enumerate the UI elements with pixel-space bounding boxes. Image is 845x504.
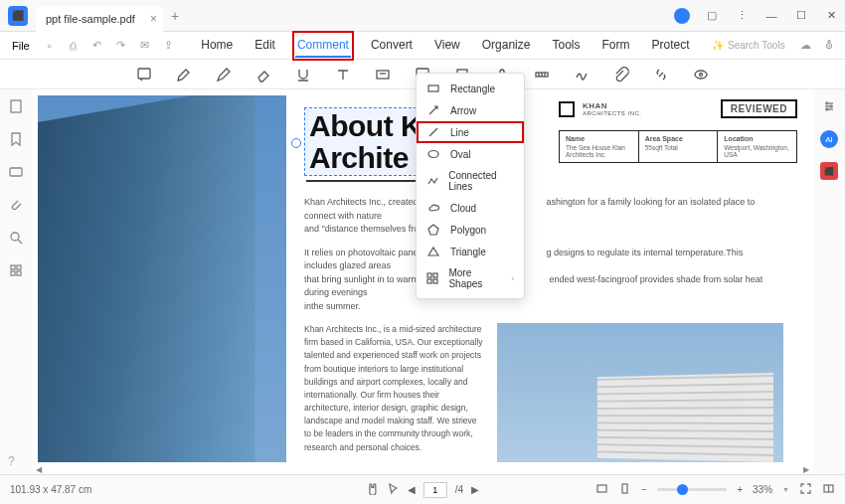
eraser-tool-icon[interactable] [254, 66, 272, 84]
dropdown-item-cloud[interactable]: Cloud [417, 197, 524, 219]
pencil-tool-icon[interactable] [215, 66, 233, 84]
dropdown-item-connected-lines[interactable]: Connected Lines [417, 165, 524, 197]
dropdown-item-polygon[interactable]: Polygon [417, 219, 524, 241]
ai-assistant-icon[interactable]: AI [820, 130, 838, 148]
next-page-icon[interactable]: ▶ [471, 484, 479, 495]
zoom-thumb[interactable] [677, 484, 688, 495]
signature-tool-icon[interactable] [573, 66, 591, 84]
fullscreen-icon[interactable] [799, 482, 812, 497]
page-number-input[interactable] [423, 482, 447, 498]
svg-rect-26 [622, 484, 627, 493]
single-page-icon[interactable] [618, 482, 631, 497]
add-tab-button[interactable]: + [171, 8, 179, 24]
expand-icon[interactable]: ⛢ [819, 39, 839, 52]
user-avatar[interactable] [668, 4, 696, 28]
share-icon[interactable]: ⇪ [159, 39, 179, 52]
hero-image [38, 95, 286, 462]
menu-form[interactable]: Form [599, 34, 631, 58]
dropdown-item-arrow[interactable]: Arrow [417, 99, 524, 121]
page-total: /4 [455, 484, 463, 495]
connected-lines-icon [426, 175, 438, 187]
undo-icon[interactable]: ↶ [87, 39, 107, 52]
window-panel-icon[interactable]: ▢ [698, 4, 726, 28]
attachments-rail-icon[interactable] [9, 198, 23, 215]
polygon-icon [426, 224, 440, 236]
textbox-tool-icon[interactable] [374, 66, 392, 84]
svg-rect-22 [433, 273, 437, 277]
menu-home[interactable]: Home [199, 34, 235, 58]
kebab-menu-icon[interactable]: ⋮ [728, 4, 756, 28]
menu-protect[interactable]: Protect [649, 34, 691, 58]
dropdown-item-more-shapes[interactable]: More Shapes› [417, 262, 524, 294]
zoom-dropdown-icon[interactable]: ▼ [782, 486, 789, 493]
menu-view[interactable]: View [432, 34, 462, 58]
svg-rect-24 [433, 279, 437, 283]
menu-convert[interactable]: Convert [369, 34, 415, 58]
prev-page-icon[interactable]: ◀ [408, 484, 416, 495]
select-tool-icon[interactable] [387, 482, 400, 497]
left-sidebar [0, 89, 32, 474]
search-tools-input[interactable]: ✨ Search Tools [712, 40, 791, 51]
menu-organize[interactable]: Organize [480, 34, 533, 58]
show-comments-icon[interactable] [692, 66, 710, 84]
mail-icon[interactable]: ✉ [135, 39, 155, 52]
svg-point-20 [428, 151, 438, 158]
attachment-tool-icon[interactable] [612, 66, 630, 84]
zoom-in-icon[interactable]: + [737, 484, 743, 495]
svg-rect-14 [17, 271, 21, 275]
zoom-out-icon[interactable]: − [641, 484, 647, 495]
close-tab-icon[interactable]: × [150, 12, 157, 26]
document-header-block: KHAN ARCHITECTS INC. REVIEWED NameThe Se… [559, 95, 797, 163]
scroll-left-icon[interactable]: ◀ [32, 465, 46, 474]
triangle-icon [426, 246, 440, 257]
file-menu[interactable]: File [6, 40, 36, 52]
dropdown-item-triangle[interactable]: Triangle [417, 241, 524, 262]
shapes-dropdown: Rectangle Arrow Line Oval Connected Line… [416, 73, 525, 299]
close-window-button[interactable]: ✕ [817, 4, 845, 28]
underline-tool-icon[interactable] [294, 66, 312, 84]
horizontal-scrollbar[interactable]: ◀ ▶ [32, 464, 813, 474]
fit-width-icon[interactable] [595, 482, 608, 497]
svg-rect-23 [427, 279, 431, 283]
help-icon[interactable]: ? [8, 454, 15, 468]
scroll-right-icon[interactable]: ▶ [799, 465, 813, 474]
minimize-button[interactable]: — [758, 4, 785, 28]
dropdown-item-rectangle[interactable]: Rectangle [417, 78, 524, 99]
cloud-icon[interactable]: ☁ [795, 39, 815, 52]
rectangle-icon [426, 83, 440, 94]
highlight-tool-icon[interactable] [175, 66, 193, 84]
layers-icon[interactable] [9, 263, 23, 280]
dropdown-item-oval[interactable]: Oval [417, 143, 524, 165]
save-icon[interactable]: ▫ [40, 40, 60, 52]
line-icon [426, 126, 440, 138]
zoom-level: 33% [753, 484, 772, 495]
read-mode-icon[interactable] [822, 482, 835, 497]
menu-edit[interactable]: Edit [253, 34, 277, 58]
svg-point-6 [695, 71, 707, 79]
search-placeholder: Search Tools [728, 40, 785, 51]
note-tool-icon[interactable] [135, 66, 153, 84]
annotations-icon[interactable] [9, 165, 23, 182]
svg-rect-25 [597, 485, 606, 492]
measure-tool-icon[interactable] [533, 66, 551, 84]
settings-icon[interactable] [822, 99, 836, 116]
svg-rect-0 [138, 69, 150, 79]
app-badge-icon[interactable]: ⬛ [820, 162, 838, 180]
selected-title-box[interactable]: About K Archite [304, 107, 426, 176]
print-icon[interactable]: ⎙ [64, 40, 84, 52]
redo-icon[interactable]: ↷ [111, 39, 131, 52]
hand-tool-icon[interactable] [366, 482, 379, 497]
dropdown-item-line[interactable]: Line [417, 121, 524, 143]
text-tool-icon[interactable] [334, 66, 352, 84]
menu-tools[interactable]: Tools [550, 34, 582, 58]
maximize-button[interactable]: ☐ [787, 4, 815, 28]
search-rail-icon[interactable] [9, 231, 23, 248]
document-tab[interactable]: ppt file-sample.pdf × [36, 6, 163, 32]
logo-subtitle: ARCHITECTS INC. [583, 110, 642, 116]
menu-comment[interactable]: Comment [295, 34, 351, 58]
thumbnails-icon[interactable] [9, 99, 23, 116]
zoom-slider[interactable] [657, 488, 727, 491]
bookmarks-icon[interactable] [9, 132, 23, 149]
link-tool-icon[interactable] [652, 66, 670, 84]
menubar: File ▫ ⎙ ↶ ↷ ✉ ⇪ Home Edit Comment Conve… [0, 32, 845, 60]
